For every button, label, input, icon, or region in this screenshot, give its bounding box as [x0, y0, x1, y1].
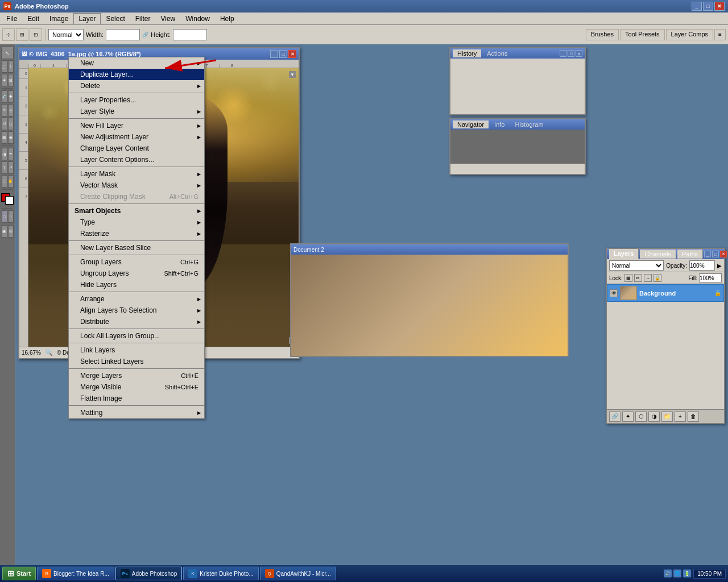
- lock-image-btn[interactable]: ✏: [634, 274, 642, 282]
- taskbar-item-qanda[interactable]: Q QandAwithKJ - Micr...: [260, 567, 336, 580]
- add-style-btn[interactable]: ✦: [622, 411, 634, 422]
- history-tab[interactable]: History: [453, 49, 481, 57]
- paths-tab[interactable]: Paths: [677, 250, 703, 259]
- navigator-tab[interactable]: Navigator: [453, 120, 489, 128]
- hist-options-btn[interactable]: ≡: [576, 50, 582, 57]
- hand-tool[interactable]: ✋: [8, 175, 14, 188]
- channels-tab[interactable]: Channels: [640, 250, 676, 259]
- lock-transparent-btn[interactable]: ▦: [624, 274, 632, 282]
- histogram-tab[interactable]: Histogram: [510, 120, 548, 128]
- heal-tool[interactable]: ✚: [8, 90, 14, 103]
- menu-help[interactable]: Help: [215, 13, 239, 24]
- eyedropper-tool[interactable]: 💉: [2, 90, 7, 103]
- layer-visibility-btn[interactable]: 👁: [610, 289, 618, 297]
- menu-matting[interactable]: Matting: [69, 407, 204, 418]
- marquee-tool-btn[interactable]: ⊹: [2, 28, 15, 41]
- text-tool[interactable]: T: [2, 161, 7, 174]
- add-mask-btn[interactable]: ⬡: [635, 411, 647, 422]
- layer-row[interactable]: 👁 Background 🔒: [607, 284, 724, 302]
- blur-tool[interactable]: ◉: [8, 131, 14, 144]
- maximize-button[interactable]: □: [703, 2, 713, 11]
- layers-tab[interactable]: Layers: [609, 249, 639, 259]
- clone-tool[interactable]: ⎘: [8, 104, 14, 117]
- tray-icon-1: 🔊: [664, 569, 672, 577]
- menu-file[interactable]: File: [1, 13, 22, 24]
- scroll-arrow-down[interactable]: ▼: [289, 71, 296, 78]
- pen-tool[interactable]: ✒: [8, 148, 14, 160]
- doc-minimize-btn[interactable]: _: [270, 50, 278, 58]
- move-tool[interactable]: ↖: [1, 47, 14, 59]
- background-color[interactable]: [5, 196, 14, 205]
- screen-mode-std[interactable]: ▣: [2, 225, 7, 238]
- path-select-tool[interactable]: ↗: [8, 161, 14, 174]
- dodge-tool[interactable]: ◑: [2, 148, 7, 160]
- new-layer-btn[interactable]: +: [675, 411, 686, 422]
- gradient-tool[interactable]: ▦: [2, 131, 7, 144]
- menu-filter[interactable]: Filter: [130, 13, 156, 24]
- menu-select[interactable]: Select: [101, 13, 130, 24]
- menu-edit[interactable]: Edit: [22, 13, 44, 24]
- shape-tool[interactable]: ⬡: [2, 175, 7, 188]
- magic-wand-tool[interactable]: ✦: [2, 74, 7, 86]
- link-layers-btn[interactable]: 🔗: [609, 411, 621, 422]
- layer-name: Background: [639, 290, 676, 297]
- start-button[interactable]: ⊞ Start: [2, 567, 36, 580]
- panel-options-btn[interactable]: ≡: [714, 29, 726, 40]
- layer-options-btn[interactable]: ▶: [717, 263, 722, 269]
- hist-minimize-btn[interactable]: _: [560, 50, 566, 57]
- color-boxes[interactable]: [1, 193, 14, 205]
- hist-expand-btn[interactable]: □: [568, 50, 574, 57]
- info-tab[interactable]: Info: [490, 120, 509, 128]
- lock-all-btn[interactable]: 🔒: [653, 274, 661, 282]
- width-input[interactable]: [106, 29, 140, 40]
- mode-btn-2[interactable]: ⊞: [16, 28, 28, 41]
- fill-input[interactable]: [699, 273, 722, 282]
- layers-panel-controls: _ □ ✕: [704, 251, 727, 257]
- layer-blend-mode[interactable]: Normal: [609, 260, 664, 271]
- quickmask-mode[interactable]: ⬚: [8, 210, 14, 223]
- height-input[interactable]: [173, 29, 207, 40]
- history-brush-tool[interactable]: ↺: [2, 118, 7, 130]
- new-group-btn[interactable]: 📁: [661, 411, 673, 422]
- menu-layer[interactable]: Layer: [73, 13, 101, 24]
- blend-mode-select[interactable]: Normal: [48, 29, 84, 40]
- layers-expand-btn[interactable]: □: [712, 251, 719, 257]
- menu-flatten[interactable]: Flatten Image: [69, 393, 204, 404]
- tool-presets-btn[interactable]: Tool Presets: [620, 29, 665, 40]
- crop-tool[interactable]: ⊡: [8, 74, 14, 86]
- taskbar-item-kristen[interactable]: K Kristen Duke Photo...: [183, 567, 259, 580]
- menu-window[interactable]: Window: [180, 13, 215, 24]
- layers-close-btn[interactable]: ✕: [720, 251, 727, 257]
- layers-title-bar: Layers Channels Paths _ □ ✕: [607, 249, 724, 259]
- menu-merge-visible[interactable]: Merge Visible Shift+Ctrl+E: [69, 381, 204, 393]
- doc-close-btn[interactable]: ✕: [288, 50, 296, 58]
- lock-position-btn[interactable]: ↔: [644, 274, 652, 282]
- doc-maximize-btn[interactable]: □: [279, 50, 287, 58]
- delete-layer-btn[interactable]: 🗑: [688, 411, 699, 422]
- standard-mode[interactable]: □: [2, 210, 7, 223]
- mode-btn-3[interactable]: ⊡: [30, 28, 42, 41]
- menu-image[interactable]: Image: [44, 13, 73, 24]
- minimize-button[interactable]: _: [692, 2, 702, 11]
- history-controls: _ □ ≡: [560, 50, 582, 57]
- history-title-bar: History Actions _ □ ≡: [450, 48, 585, 59]
- bokeh-1: [63, 74, 91, 102]
- opacity-input[interactable]: [689, 260, 715, 271]
- eraser-tool[interactable]: ◻: [8, 118, 14, 130]
- brushes-btn[interactable]: Brushes: [586, 29, 619, 40]
- layer-comps-btn[interactable]: Layer Comps: [666, 29, 713, 40]
- marquee-rect-tool[interactable]: ⬚: [2, 60, 7, 73]
- screen-mode-full[interactable]: ⊞: [8, 225, 14, 238]
- taskbar-item-photoshop[interactable]: Ps Adobe Photoshop: [115, 567, 183, 580]
- taskbar-item-blogger[interactable]: B Blogger: The Idea R...: [37, 567, 114, 580]
- menu-view[interactable]: View: [155, 13, 180, 24]
- menu-merge-layers[interactable]: Merge Layers Ctrl+E: [69, 370, 204, 381]
- layers-minimize-btn[interactable]: _: [704, 251, 711, 257]
- lasso-tool[interactable]: ⌇: [8, 60, 14, 73]
- close-button[interactable]: ✕: [714, 2, 725, 11]
- start-label: Start: [16, 570, 31, 577]
- brush-tool[interactable]: ✏: [2, 104, 7, 117]
- qanda-icon: Q: [265, 569, 274, 578]
- actions-tab[interactable]: Actions: [482, 49, 512, 57]
- add-adjustment-btn[interactable]: ◑: [648, 411, 660, 422]
